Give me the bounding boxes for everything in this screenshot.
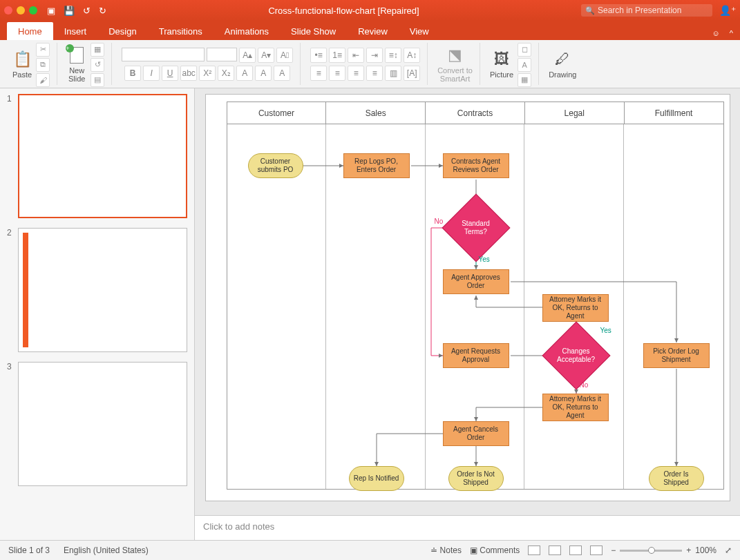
sorter-view-icon[interactable] xyxy=(549,545,561,555)
node-attorney-ok-2[interactable]: Attorney Marks it OK, Returns to Agent xyxy=(542,394,609,421)
tab-review[interactable]: Review xyxy=(347,22,399,40)
columns-icon[interactable]: ▥ xyxy=(385,66,401,81)
font-family-select[interactable] xyxy=(122,48,205,61)
copy-icon[interactable]: ⧉ xyxy=(36,58,50,72)
slide-viewport[interactable]: Customer Sales Contracts Legal Fulfillme… xyxy=(195,88,740,515)
thumbnail-3[interactable]: 3 xyxy=(7,362,187,486)
tab-design[interactable]: Design xyxy=(97,22,147,40)
tab-transitions[interactable]: Transitions xyxy=(148,22,214,40)
tab-insert[interactable]: Insert xyxy=(53,22,98,40)
node-shipped[interactable]: Order Is Shipped xyxy=(649,466,704,491)
search-box[interactable]: 🔍 xyxy=(581,4,712,17)
underline-button[interactable]: U xyxy=(162,66,178,81)
emoji-icon[interactable]: ☺ xyxy=(712,29,720,37)
drawing-button[interactable]: 🖊 Drawing xyxy=(549,50,576,79)
maximize-icon[interactable] xyxy=(29,6,37,15)
clear-format-icon[interactable]: A⃠ xyxy=(276,48,293,63)
bullets-icon[interactable]: •≡ xyxy=(310,48,327,63)
zoom-control[interactable]: − + 100% xyxy=(611,545,717,555)
minimize-icon[interactable] xyxy=(17,6,25,15)
line-spacing-icon[interactable]: ≡↕ xyxy=(385,48,401,63)
tab-home[interactable]: Home xyxy=(7,22,53,40)
reset-icon[interactable]: ↺ xyxy=(91,58,104,72)
align-center-icon[interactable]: ≡ xyxy=(329,66,345,81)
edge-label-no: No xyxy=(580,381,589,389)
zoom-out-icon[interactable]: − xyxy=(611,545,616,555)
thumbnail-2[interactable]: 2 xyxy=(7,228,187,352)
subscript-button[interactable]: X₂ xyxy=(218,66,234,81)
node-rep-logs[interactable]: Rep Logs PO, Enters Order xyxy=(343,153,410,178)
indent-icon[interactable]: ⇥ xyxy=(366,48,383,63)
zoom-in-icon[interactable]: + xyxy=(686,545,691,555)
redo-icon[interactable]: ↻ xyxy=(99,6,106,16)
node-agent-approves[interactable]: Agent Approves Order xyxy=(443,269,509,294)
decrease-font-icon[interactable]: A▾ xyxy=(258,48,274,63)
format-painter-icon[interactable]: 🖌 xyxy=(36,73,50,87)
lane-header: Customer xyxy=(227,102,327,124)
strike-button[interactable]: abc xyxy=(180,66,197,81)
node-agent-cancels[interactable]: Agent Cancels Order xyxy=(443,421,509,446)
share-icon[interactable]: 👤⁺ xyxy=(719,5,736,16)
node-agent-requests[interactable]: Agent Requests Approval xyxy=(443,343,509,368)
search-input[interactable] xyxy=(598,6,708,15)
cut-icon[interactable]: ✂ xyxy=(36,43,50,57)
thumbnail-panel[interactable]: 1 2 3 xyxy=(0,88,195,540)
thumb-preview[interactable] xyxy=(18,94,187,218)
comments-toggle[interactable]: ▣ Comments xyxy=(470,545,520,555)
italic-button[interactable]: I xyxy=(143,66,160,81)
node-customer-submits[interactable]: Customer submits PO xyxy=(248,153,303,178)
notes-pane[interactable]: Click to add notes xyxy=(195,515,740,540)
node-attorney-ok-1[interactable]: Attorney Marks it OK, Returns to Agent xyxy=(542,294,609,322)
tab-animations[interactable]: Animations xyxy=(214,22,280,40)
tab-view[interactable]: View xyxy=(399,22,440,40)
outdent-icon[interactable]: ⇤ xyxy=(348,48,364,63)
thumbnail-1[interactable]: 1 xyxy=(7,94,187,218)
font-color-icon[interactable]: A xyxy=(274,66,290,81)
layout-icon[interactable]: ▦ xyxy=(91,43,104,57)
node-not-shipped[interactable]: Order Is Not Shipped xyxy=(448,466,504,491)
arrange-icon[interactable]: ▦ xyxy=(518,73,531,87)
zoom-slider[interactable] xyxy=(620,550,682,552)
highlight-icon[interactable]: A xyxy=(255,66,272,81)
thumb-preview[interactable] xyxy=(18,228,187,352)
node-rep-notified[interactable]: Rep Is Notified xyxy=(349,466,404,491)
picture-button[interactable]: 🖼 Picture xyxy=(490,50,513,79)
increase-font-icon[interactable]: A▴ xyxy=(239,48,256,63)
justify-icon[interactable]: ≡ xyxy=(366,66,383,81)
align-right-icon[interactable]: ≡ xyxy=(348,66,364,81)
notes-toggle[interactable]: ≐ Notes xyxy=(430,545,462,555)
font-size-select[interactable] xyxy=(207,48,237,61)
text-direction-icon[interactable]: A↕ xyxy=(404,48,420,63)
autosave-icon[interactable]: ▣ xyxy=(47,6,55,16)
shapes-icon[interactable]: ◻ xyxy=(518,43,531,57)
new-slide-button[interactable]: + New Slide xyxy=(67,46,86,83)
fit-window-icon[interactable]: ⤢ xyxy=(725,545,732,555)
close-icon[interactable] xyxy=(4,6,12,15)
node-changes-acceptable[interactable]: Changes Acceptable? xyxy=(552,331,600,380)
save-icon[interactable]: 💾 xyxy=(64,6,75,16)
thumb-preview[interactable] xyxy=(18,362,187,486)
reading-view-icon[interactable] xyxy=(569,545,582,555)
align-text-icon[interactable]: [A] xyxy=(404,66,420,81)
undo-icon[interactable]: ↺ xyxy=(83,6,91,16)
slideshow-view-icon[interactable] xyxy=(590,545,603,555)
node-pick-order[interactable]: Pick Order Log Shipment xyxy=(643,343,710,368)
numbering-icon[interactable]: 1≡ xyxy=(329,48,345,63)
node-standard-terms[interactable]: Standard Terms? xyxy=(452,204,500,252)
align-left-icon[interactable]: ≡ xyxy=(310,66,327,81)
superscript-button[interactable]: X² xyxy=(199,66,216,81)
collapse-ribbon-icon[interactable]: ^ xyxy=(730,29,733,37)
node-contracts-review[interactable]: Contracts Agent Reviews Order xyxy=(443,153,509,178)
normal-view-icon[interactable] xyxy=(528,545,540,555)
zoom-level[interactable]: 100% xyxy=(695,545,717,555)
tab-slideshow[interactable]: Slide Show xyxy=(280,22,347,40)
bold-button[interactable]: B xyxy=(124,66,141,81)
text-effects-icon[interactable]: A xyxy=(236,66,253,81)
section-icon[interactable]: ▤ xyxy=(91,73,104,87)
paste-button[interactable]: 📋 Paste xyxy=(12,50,32,79)
status-bar: Slide 1 of 3 English (United States) ≐ N… xyxy=(0,540,740,560)
convert-smartart-button[interactable]: ⬔ Convert to SmartArt xyxy=(437,46,473,83)
slide[interactable]: Customer Sales Contracts Legal Fulfillme… xyxy=(205,94,730,501)
language-indicator[interactable]: English (United States) xyxy=(64,545,149,555)
textbox-icon[interactable]: A xyxy=(518,58,531,72)
